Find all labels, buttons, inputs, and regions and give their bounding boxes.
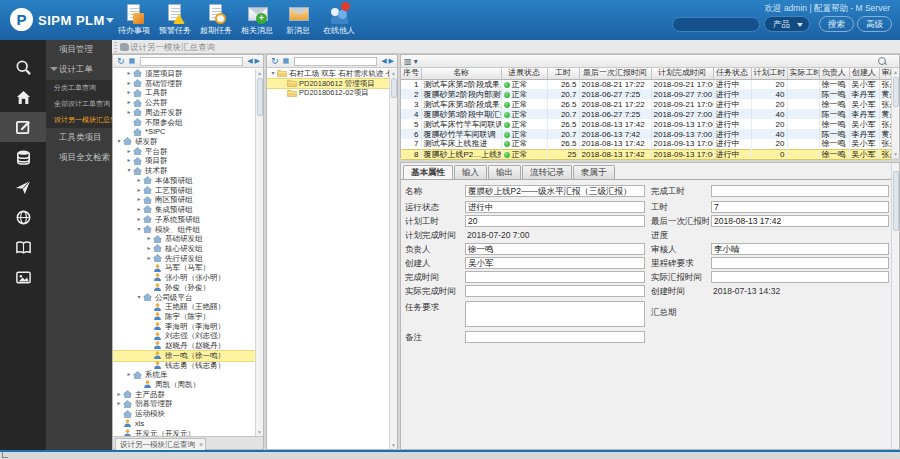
tree-toggle-icon[interactable]: ▸	[125, 156, 133, 166]
org-tree-item[interactable]: ▾研发群	[113, 137, 255, 147]
org-tree-item[interactable]: ▸本体预研组	[113, 176, 255, 186]
sidebar-item-项目管理[interactable]: 项目管理	[46, 40, 112, 60]
detail-tab-输出[interactable]: 输出	[488, 165, 521, 179]
tree-toggle-icon[interactable]: ▾	[135, 293, 143, 303]
tree-toggle-icon[interactable]: ▾	[269, 69, 277, 79]
org-tree-item[interactable]: 孙俊（孙俊）	[113, 283, 255, 293]
collapse-right-icon[interactable]: ▶	[389, 57, 394, 65]
新消息-button[interactable]: 新消息	[278, 4, 318, 36]
待办事项-button[interactable]: 待办事项	[114, 4, 154, 36]
tree-toggle-icon[interactable]: ▸	[135, 195, 143, 205]
超期任务-button[interactable]: 超期任务	[196, 4, 236, 36]
column-header[interactable]: 最后一次汇报时间	[579, 68, 651, 79]
grid-scrollbar[interactable]	[891, 68, 899, 158]
project-tree-item[interactable]: PD20180612 管理项目	[267, 79, 389, 89]
tree-toggle-icon[interactable]: ▸	[125, 108, 133, 118]
tree-toggle-icon[interactable]: ▸	[115, 399, 123, 409]
globe-icon[interactable]	[0, 202, 46, 232]
search-icon[interactable]	[0, 52, 46, 82]
org-tree-item[interactable]: *SIPC	[113, 127, 255, 137]
org-tree-item[interactable]: ▸工具群	[113, 88, 255, 98]
column-header[interactable]: 负责人	[819, 68, 849, 79]
home-icon[interactable]	[0, 82, 46, 112]
bottom-tab[interactable]: 设计另一模块汇总查询	[115, 438, 206, 450]
column-header[interactable]: 审核人	[879, 68, 891, 79]
table-row[interactable]: 8覆膜砂上线P2…上线推进正常252018-08-13 17:422018-09…	[401, 149, 891, 159]
detail-tab-流转记录[interactable]: 流转记录	[522, 165, 572, 179]
tree-toggle-icon[interactable]: ▸	[125, 88, 133, 98]
collapse-right-icon[interactable]: ▶	[255, 57, 260, 65]
column-header[interactable]: 计划完成时间	[651, 68, 713, 79]
在线他人-button[interactable]: 在线他人	[319, 4, 359, 36]
org-tree-item[interactable]: 马军（马军）	[113, 263, 255, 273]
org-tree-item[interactable]: ▸系统库	[113, 370, 255, 380]
sidebar-item-全部设计工单查询[interactable]: 全部设计工单查询	[46, 96, 112, 112]
org-tree-item[interactable]: ▾技术群	[113, 166, 255, 176]
field-input[interactable]: 2018-08-13 17:42	[711, 215, 889, 227]
org-tree-item[interactable]: ▸先行研发组	[113, 254, 255, 264]
field-input[interactable]: 李小晴	[711, 243, 889, 255]
database-icon[interactable]	[0, 142, 46, 172]
field-input[interactable]: 20	[465, 215, 645, 227]
预警任务-button[interactable]: 预警任务	[155, 4, 195, 36]
field-input[interactable]: 吴小军	[465, 257, 645, 269]
book-icon[interactable]	[0, 232, 46, 262]
detail-scrollbar[interactable]	[891, 163, 899, 449]
tree-toggle-icon[interactable]: ▸	[125, 79, 133, 89]
org-tree-item[interactable]: ▸朝暮管理群	[113, 399, 255, 409]
tree-toggle-icon[interactable]: ▸	[145, 244, 153, 254]
tree-toggle-icon[interactable]: ▸	[135, 205, 143, 215]
sidebar-item-工具类项目[interactable]: 工具类项目	[46, 128, 112, 148]
grid-filter-dropdown[interactable]: ▥ ▾	[404, 57, 418, 66]
column-header[interactable]: 工时	[547, 68, 579, 79]
refresh-icon[interactable]: ↻	[271, 55, 279, 67]
org-tree-item[interactable]: 周凯（周凯）	[113, 380, 255, 390]
table-row[interactable]: 4覆膜砂第3阶段中期汇报正常20.72018-06-27 7:252018-09…	[401, 109, 891, 119]
advanced-search-button[interactable]: 高级	[857, 16, 892, 32]
column-header[interactable]: 进展状态	[501, 68, 547, 79]
project-tree-item[interactable]: PD20180612-02项目	[267, 88, 389, 98]
org-tree-item[interactable]: 王艳丽（王艳丽）	[113, 302, 255, 312]
field-input[interactable]: 徐一鸣	[465, 243, 645, 255]
org-tree-item[interactable]: 李海明（李海明）	[113, 322, 255, 332]
column-header[interactable]: 任务状态	[713, 68, 751, 79]
field-input[interactable]	[465, 271, 645, 283]
org-tree-item[interactable]: ▸子系统预研组	[113, 215, 255, 225]
tree-toggle-icon[interactable]: ▸	[135, 176, 143, 186]
edit-icon[interactable]	[0, 112, 46, 142]
tree-toggle-icon[interactable]: ▾	[125, 166, 133, 176]
column-header[interactable]: 计划工时	[751, 68, 787, 79]
sidebar-item-设计另一模块汇总查询[interactable]: 设计另一模块汇总查询	[46, 112, 112, 128]
org-tree-item[interactable]: ▸项目群	[113, 156, 255, 166]
search-icon[interactable]	[878, 57, 887, 66]
org-tree-item[interactable]: 赵晓丹（赵晓丹）	[113, 341, 255, 351]
table-row[interactable]: 6覆膜砂竹竿车间联调正常20.72018-06-13 7:422018-09-1…	[401, 129, 891, 139]
filter-icon[interactable]: ▦	[129, 55, 136, 67]
field-input[interactable]	[465, 331, 645, 343]
send-icon[interactable]	[0, 172, 46, 202]
field-input[interactable]	[465, 285, 645, 297]
org-tree-item[interactable]: ▸周边开发群	[113, 108, 255, 118]
org-tree-scrollbar[interactable]	[255, 69, 263, 436]
app-menu-caret-icon[interactable]	[106, 18, 114, 23]
org-tree-item[interactable]: ▸主产品群	[113, 390, 255, 400]
tree-toggle-icon[interactable]: ▸	[145, 234, 153, 244]
org-tree-item[interactable]: ▾模块、组件组	[113, 225, 255, 235]
sidebar-item-分类工单查询[interactable]: 分类工单查询	[46, 80, 112, 96]
detail-tab-隶属于[interactable]: 隶属于	[573, 165, 615, 179]
field-input[interactable]: 进行中	[465, 201, 645, 213]
tree-toggle-icon[interactable]: ▸	[115, 390, 123, 400]
search-button[interactable]: 搜索	[819, 16, 854, 32]
org-tree-item[interactable]: 不限参会组	[113, 118, 255, 128]
org-tree-item[interactable]: ▸集成预研组	[113, 205, 255, 215]
resize-grip[interactable]	[2, 452, 8, 458]
column-header[interactable]: 实际工时	[787, 68, 819, 79]
refresh-icon[interactable]: ↻	[117, 55, 125, 67]
search-category-dropdown[interactable]: 产品	[764, 16, 810, 32]
org-tree-item[interactable]: 开发元（开发元）	[113, 429, 255, 436]
tree-toggle-icon[interactable]: ▾	[135, 225, 143, 235]
sidebar-item-设计工单[interactable]: 设计工单	[46, 60, 112, 80]
filter-icon[interactable]: ▦	[283, 55, 290, 67]
org-tree-item[interactable]: ▸平台群	[113, 147, 255, 157]
org-tree-item[interactable]: 陈宇（陈宇）	[113, 312, 255, 322]
